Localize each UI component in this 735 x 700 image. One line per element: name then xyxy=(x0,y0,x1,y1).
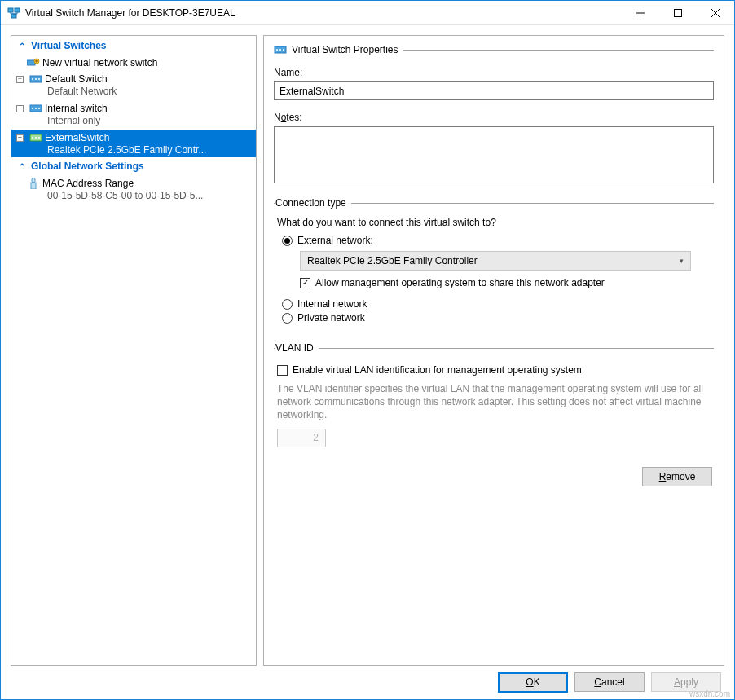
svg-rect-19 xyxy=(31,183,36,189)
cancel-button[interactable]: Cancel xyxy=(574,672,645,692)
svg-point-9 xyxy=(38,78,40,80)
connection-type-group: Connection type What do you want to conn… xyxy=(274,197,714,331)
dialog-footer: OK Cancel Apply xyxy=(1,666,734,698)
connection-type-question: What do you want to connect this virtual… xyxy=(277,217,712,228)
switch-icon xyxy=(29,104,43,112)
tree-panel: ⌃ Virtual Switches New virtual network s… xyxy=(11,35,257,666)
svg-rect-1 xyxy=(15,8,20,12)
svg-rect-4 xyxy=(27,60,35,65)
adapter-selected-value: Realtek PCIe 2.5GbE Family Controller xyxy=(307,255,478,266)
svg-point-13 xyxy=(38,108,40,109)
ok-button[interactable]: OK xyxy=(498,672,568,693)
checkbox-allow-mgmt-row[interactable]: Allow management operating system to sha… xyxy=(300,277,712,288)
connection-type-legend: Connection type xyxy=(275,197,351,209)
notes-label: Notes: xyxy=(274,112,302,123)
svg-rect-2 xyxy=(11,14,16,18)
tree-item-external-switch[interactable]: + ExternalSwitch Realtek PCIe 2.5GbE Fam… xyxy=(11,129,256,158)
properties-header: Virtual Switch Properties xyxy=(274,44,714,55)
tree-item-mac-range[interactable]: MAC Address Range 00-15-5D-58-C5-00 to 0… xyxy=(11,174,256,204)
close-button[interactable] xyxy=(697,1,734,24)
svg-point-17 xyxy=(38,137,40,139)
switch-icon xyxy=(29,134,43,142)
adapter-select[interactable]: Realtek PCIe 2.5GbE Family Controller ▾ xyxy=(300,251,691,271)
mac-range-icon xyxy=(26,178,41,189)
svg-point-22 xyxy=(279,49,281,51)
minimize-button[interactable] xyxy=(622,1,659,24)
tree-section-label: Global Network Settings xyxy=(31,161,144,172)
chevron-up-icon: ⌃ xyxy=(16,162,28,171)
svg-rect-0 xyxy=(8,8,13,12)
vlan-legend: VLAN ID xyxy=(275,342,319,354)
tree-item-label: ExternalSwitch xyxy=(45,132,109,143)
tree-item-default-switch[interactable]: + Default Switch Default Network xyxy=(11,70,256,99)
svg-point-11 xyxy=(32,108,33,109)
expand-icon[interactable]: + xyxy=(16,105,24,112)
checkbox-label: Allow management operating system to sha… xyxy=(315,277,605,288)
client-area: ⌃ Virtual Switches New virtual network s… xyxy=(1,25,734,666)
name-label: Name: xyxy=(274,67,302,78)
radio-label: Private network xyxy=(297,312,365,324)
tree-section-virtual-switches[interactable]: ⌃ Virtual Switches xyxy=(11,37,256,54)
svg-point-21 xyxy=(276,49,278,51)
radio-external-network-row[interactable]: External network: xyxy=(282,235,712,246)
tree-item-sublabel: 00-15-5D-58-C5-00 to 00-15-5D-5... xyxy=(11,190,256,203)
svg-point-12 xyxy=(35,108,37,109)
tree-item-new-switch[interactable]: New virtual network switch xyxy=(11,54,256,70)
tree-item-sublabel: Internal only xyxy=(11,115,256,128)
name-input[interactable] xyxy=(274,81,714,100)
radio-private-network[interactable] xyxy=(282,313,293,324)
header-divider xyxy=(403,50,715,51)
checkbox-allow-mgmt[interactable] xyxy=(300,278,310,288)
radio-external-network[interactable] xyxy=(282,236,293,246)
watermark: wsxdn.com xyxy=(689,689,730,698)
tree-section-global-settings[interactable]: ⌃ Global Network Settings xyxy=(11,158,256,174)
window-title: Virtual Switch Manager for DESKTOP-3E7UE… xyxy=(25,7,622,19)
svg-point-23 xyxy=(283,49,284,51)
tree-item-sublabel: Default Network xyxy=(11,86,256,99)
radio-label: External network: xyxy=(297,235,373,246)
checkbox-label: Enable virtual LAN identification for ma… xyxy=(293,364,582,376)
svg-rect-18 xyxy=(32,178,35,183)
svg-point-8 xyxy=(35,78,37,80)
app-icon xyxy=(7,7,20,20)
tree-section-label: Virtual Switches xyxy=(31,40,106,51)
switch-icon xyxy=(29,75,43,83)
tree-item-label: New virtual network switch xyxy=(42,57,157,68)
remove-button[interactable]: Remove xyxy=(642,467,712,486)
radio-internal-network[interactable] xyxy=(282,299,293,310)
chevron-down-icon: ▾ xyxy=(680,257,684,265)
svg-point-7 xyxy=(32,78,33,80)
new-switch-icon xyxy=(26,58,41,68)
tree-item-label: MAC Address Range xyxy=(42,178,134,189)
svg-point-15 xyxy=(32,137,33,139)
radio-label: Internal network xyxy=(297,298,367,310)
properties-panel: Virtual Switch Properties Name: Notes: C… xyxy=(263,35,724,666)
maximize-button[interactable] xyxy=(659,1,697,24)
properties-title: Virtual Switch Properties xyxy=(292,44,398,55)
radio-private-network-row[interactable]: Private network xyxy=(282,312,712,324)
svg-point-16 xyxy=(35,137,37,139)
switch-icon xyxy=(274,46,287,54)
titlebar: Virtual Switch Manager for DESKTOP-3E7UE… xyxy=(1,1,734,25)
radio-internal-network-row[interactable]: Internal network xyxy=(282,298,712,310)
vlan-help-text: The VLAN identifier specifies the virtua… xyxy=(277,382,711,422)
notes-textarea[interactable] xyxy=(274,126,714,183)
tree-item-label: Internal switch xyxy=(45,103,108,114)
expand-icon[interactable]: + xyxy=(16,134,24,142)
checkbox-enable-vlan[interactable] xyxy=(277,365,288,376)
tree-item-sublabel: Realtek PCIe 2.5GbE Family Contr... xyxy=(11,144,256,157)
vlan-group: VLAN ID Enable virtual LAN identificatio… xyxy=(274,342,714,452)
tree-item-label: Default Switch xyxy=(45,73,108,85)
tree-item-internal-switch[interactable]: + Internal switch Internal only xyxy=(11,99,256,129)
svg-rect-3 xyxy=(675,9,682,16)
checkbox-enable-vlan-row[interactable]: Enable virtual LAN identification for ma… xyxy=(277,364,712,376)
expand-icon[interactable]: + xyxy=(16,76,24,83)
vlan-id-input: 2 xyxy=(277,429,326,447)
chevron-up-icon: ⌃ xyxy=(16,42,28,51)
